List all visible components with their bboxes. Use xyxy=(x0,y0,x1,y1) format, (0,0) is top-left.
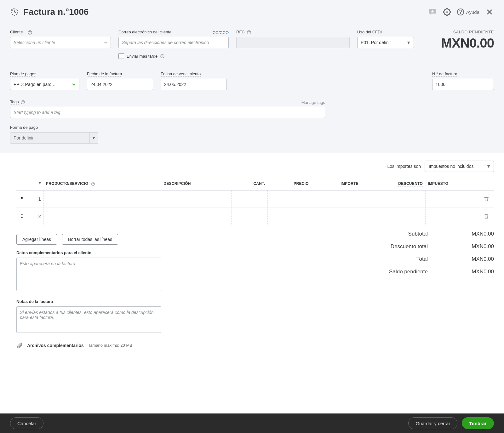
line-items-table: # PRODUCTO/SERVICIO DESCRIPCIÓN CANT. PR… xyxy=(16,178,494,225)
cell-tax[interactable] xyxy=(425,190,481,208)
clear-lines-button[interactable]: Borrar todas las líneas xyxy=(62,234,118,245)
customer-memo-label: Datos complementarios para el cliente xyxy=(16,250,161,255)
attachments-size: Tamaño máximo: 20 MB xyxy=(88,343,132,348)
paperclip-icon[interactable] xyxy=(16,342,23,349)
customer-memo-textarea[interactable] xyxy=(16,258,161,291)
balance-due-label: Saldo pendiente xyxy=(365,269,428,275)
rfc-input xyxy=(236,37,350,48)
drag-handle-icon[interactable]: ⠿ xyxy=(16,190,28,208)
client-select[interactable] xyxy=(10,37,111,48)
cfdi-select[interactable]: P01: Por definir xyxy=(357,37,414,48)
cell-qty[interactable] xyxy=(231,208,267,225)
col-price: PRECIO xyxy=(267,178,311,190)
row-number: 2 xyxy=(28,208,43,225)
balance-label: SALDO PENDIENTE xyxy=(441,30,494,34)
total-value: MXN0.00 xyxy=(453,256,494,262)
payment-form-select[interactable]: Por definir xyxy=(10,132,98,144)
tags-input[interactable] xyxy=(10,107,325,118)
balance-amount: MXN0.00 xyxy=(441,36,494,51)
send-later-checkbox[interactable] xyxy=(118,53,124,59)
table-row[interactable]: ⠿ 2 xyxy=(16,208,494,225)
trash-icon[interactable] xyxy=(481,208,494,225)
svg-point-2 xyxy=(460,13,461,14)
cell-product[interactable] xyxy=(43,208,161,225)
cell-discount[interactable] xyxy=(361,190,425,208)
table-row[interactable]: ⠿ 1 xyxy=(16,190,494,208)
tax-inclusion-select[interactable]: Impuestos no incluidos xyxy=(425,161,494,172)
col-qty: CANT. xyxy=(231,178,267,190)
invoice-notes-textarea[interactable] xyxy=(16,306,161,333)
cell-price[interactable] xyxy=(267,190,311,208)
svg-point-12 xyxy=(93,185,93,185)
due-date-input[interactable] xyxy=(161,79,227,90)
tags-label: Tags xyxy=(10,100,19,105)
close-icon[interactable] xyxy=(485,8,494,16)
col-hash: # xyxy=(28,178,43,190)
cc-bcc-link[interactable]: CC/CCO xyxy=(213,30,229,35)
feedback-icon[interactable] xyxy=(428,7,437,17)
invoice-notes-label: Notas de la factura xyxy=(16,299,161,304)
client-label: Cliente xyxy=(10,30,23,35)
subtotal-value: MXN0.00 xyxy=(453,231,494,237)
tax-inclusion-value: Impuestos no incluidos xyxy=(429,164,473,169)
col-description: DESCRIPCIÓN xyxy=(161,178,231,190)
trash-icon[interactable] xyxy=(481,190,494,208)
svg-point-8 xyxy=(249,33,249,33)
cell-description[interactable] xyxy=(161,208,231,225)
svg-point-4 xyxy=(30,33,30,34)
discount-total-label: Descuento total xyxy=(365,243,428,250)
svg-point-6 xyxy=(162,57,163,57)
subtotal-label: Subtotal xyxy=(365,231,428,237)
cfdi-label: Uso del CFDI xyxy=(357,30,382,35)
page-title: Factura n.°1006 xyxy=(23,7,89,17)
send-later-label: Enviar más tarde xyxy=(127,54,158,59)
cell-tax[interactable] xyxy=(425,208,481,225)
header-bar: Factura n.°1006 Ayuda xyxy=(10,7,494,17)
cell-description[interactable] xyxy=(161,190,231,208)
col-product: PRODUCTO/SERVICIO xyxy=(43,178,161,190)
invoice-date-input[interactable] xyxy=(87,79,153,90)
svg-point-0 xyxy=(446,11,448,13)
col-tax: IMPUESTO xyxy=(425,178,481,190)
help-icon[interactable]: Ayuda xyxy=(457,8,479,16)
balance-due-value: MXN0.00 xyxy=(453,269,494,275)
payment-form-value: Por definir xyxy=(14,135,34,140)
history-icon[interactable] xyxy=(10,8,19,16)
email-input[interactable] xyxy=(118,37,229,48)
amounts-label: Los importes son xyxy=(387,164,421,169)
plan-select[interactable]: PPD: Pago en parc… xyxy=(10,79,79,90)
plan-label: Plan de pago* xyxy=(10,71,36,77)
email-label: Correo electrónico del cliente xyxy=(118,30,171,35)
row-number: 1 xyxy=(28,190,43,208)
rfc-label: RFC xyxy=(236,30,245,35)
cell-amount[interactable] xyxy=(311,190,361,208)
cell-amount[interactable] xyxy=(311,208,361,225)
cell-price[interactable] xyxy=(267,208,311,225)
help-label: Ayuda xyxy=(466,9,479,15)
payment-form-label: Forma de pago xyxy=(10,125,38,130)
invoice-no-label: N.° de factura xyxy=(432,71,457,77)
total-label: Total xyxy=(365,256,428,262)
gear-icon[interactable] xyxy=(443,8,451,16)
cell-discount[interactable] xyxy=(361,208,425,225)
cfdi-value: P01: Por definir xyxy=(361,40,391,45)
cell-product[interactable] xyxy=(43,190,161,208)
add-lines-button[interactable]: Agregar líneas xyxy=(16,234,57,245)
discount-total-value: MXN0.00 xyxy=(453,243,494,250)
col-amount: IMPORTE xyxy=(311,178,361,190)
plan-value: PPD: Pago en parc… xyxy=(14,82,56,87)
manage-tags-link[interactable]: Manage tags xyxy=(301,100,325,105)
drag-handle-icon[interactable]: ⠿ xyxy=(16,208,28,225)
svg-point-10 xyxy=(23,103,23,103)
due-date-label: Fecha de vencimiento xyxy=(161,71,201,77)
invoice-no-input[interactable] xyxy=(432,79,494,90)
invoice-date-label: Fecha de la factura xyxy=(87,71,122,77)
attachments-label: Archivos complementarios xyxy=(27,343,84,348)
col-discount: DESCUENTO xyxy=(361,178,425,190)
cell-qty[interactable] xyxy=(231,190,267,208)
